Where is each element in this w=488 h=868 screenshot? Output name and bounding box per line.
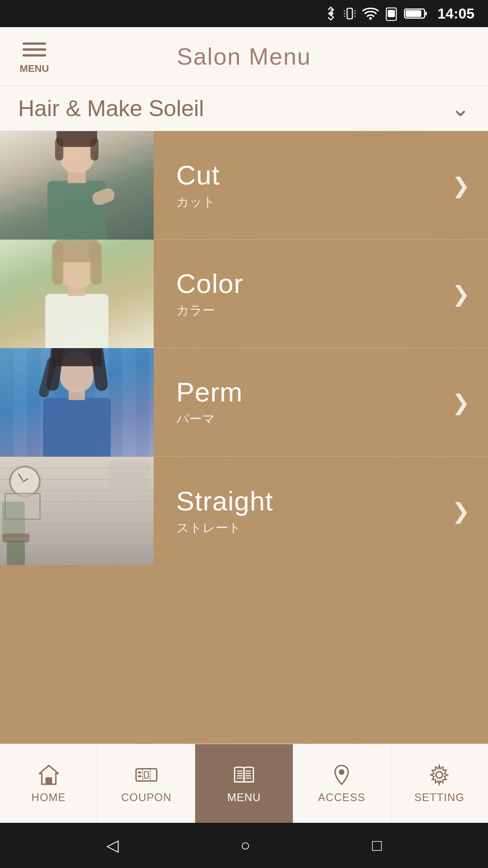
bluetooth-icon xyxy=(324,5,337,22)
nav-label-coupon: COUPON xyxy=(121,791,171,804)
nav-item-menu[interactable]: MENU xyxy=(195,744,293,823)
menu-item-cut[interactable]: Cut カット ❯ xyxy=(0,131,488,240)
svg-rect-19 xyxy=(138,775,141,777)
menu-photo-perm xyxy=(0,348,154,457)
vibrate-icon xyxy=(343,5,356,22)
svg-rect-20 xyxy=(145,772,148,778)
hamburger-icon[interactable] xyxy=(18,38,51,61)
chevron-down-icon[interactable]: ⌄ xyxy=(451,95,470,122)
menu-button-label: MENU xyxy=(20,63,49,75)
nav-item-coupon[interactable]: COUPON xyxy=(98,744,195,823)
menu-item-color[interactable]: Color カラー ❯ xyxy=(0,240,488,348)
menu-item-straight-content[interactable]: Straight ストレート ❯ xyxy=(154,457,488,565)
menu-item-color-title: Color xyxy=(176,268,243,299)
home-icon xyxy=(37,763,61,787)
nav-label-access: ACCESS xyxy=(318,791,366,804)
wifi-icon xyxy=(362,7,379,20)
nav-label-home: HOME xyxy=(32,791,66,804)
menu-item-cut-subtitle: カット xyxy=(176,193,220,211)
menu-item-perm-title: Perm xyxy=(176,377,243,408)
bottom-nav: HOME COUPON MENU xyxy=(0,744,488,823)
menu-item-color-content[interactable]: Color カラー ❯ xyxy=(154,240,488,348)
android-back-button[interactable]: ◁ xyxy=(106,836,119,855)
salon-name: Hair & Make Soleil xyxy=(18,95,204,122)
svg-rect-12 xyxy=(406,10,422,17)
battery-icon xyxy=(404,7,427,20)
location-icon xyxy=(330,763,353,787)
status-bar: 14:05 xyxy=(0,0,488,27)
nav-item-setting[interactable]: SETTING xyxy=(391,744,488,823)
nav-item-access[interactable]: ACCESS xyxy=(293,744,391,823)
android-recent-button[interactable]: □ xyxy=(372,836,382,855)
menu-item-color-subtitle: カラー xyxy=(176,302,243,319)
svg-rect-18 xyxy=(138,772,141,774)
menu-item-straight-text: Straight ストレート xyxy=(176,486,273,537)
status-icons: 14:05 xyxy=(324,5,474,22)
menu-item-perm-text: Perm パーマ xyxy=(176,377,243,428)
menu-item-perm-content[interactable]: Perm パーマ ❯ xyxy=(154,348,488,456)
menu-item-straight[interactable]: Straight ストレート ❯ xyxy=(0,457,488,565)
android-home-button[interactable]: ○ xyxy=(240,836,250,855)
sim-icon xyxy=(385,5,398,22)
menu-photo-cut xyxy=(0,131,154,240)
page-title: Salon Menu xyxy=(177,43,311,70)
svg-rect-9 xyxy=(388,10,394,17)
menu-item-perm-subtitle: パーマ xyxy=(176,410,243,428)
menu-list: Cut カット ❯ xyxy=(0,131,488,744)
menu-item-cut-text: Cut カット xyxy=(176,160,220,211)
svg-rect-11 xyxy=(425,12,427,15)
menu-book-icon xyxy=(232,763,256,787)
menu-item-cut-title: Cut xyxy=(176,160,220,191)
menu-item-straight-arrow[interactable]: ❯ xyxy=(452,498,470,524)
menu-photo-color xyxy=(0,240,154,348)
svg-point-30 xyxy=(436,772,443,778)
nav-label-setting: SETTING xyxy=(414,791,465,804)
menu-item-straight-title: Straight xyxy=(176,486,273,517)
gear-icon xyxy=(427,763,451,787)
clock: 14:05 xyxy=(437,5,474,22)
nav-item-home[interactable]: HOME xyxy=(0,744,98,823)
nav-label-menu: MENU xyxy=(227,791,261,804)
svg-rect-0 xyxy=(347,8,352,19)
salon-bar[interactable]: Hair & Make Soleil ⌄ xyxy=(0,86,488,131)
menu-item-perm-arrow[interactable]: ❯ xyxy=(452,390,470,415)
android-nav-bar: ◁ ○ □ xyxy=(0,823,488,868)
menu-item-cut-arrow[interactable]: ❯ xyxy=(452,173,470,198)
menu-item-color-text: Color カラー xyxy=(176,268,243,319)
svg-point-29 xyxy=(339,769,344,775)
menu-photo-straight xyxy=(0,457,154,565)
svg-point-7 xyxy=(369,17,372,20)
svg-rect-15 xyxy=(136,769,157,781)
menu-item-straight-subtitle: ストレート xyxy=(176,519,273,537)
menu-button[interactable]: MENU xyxy=(18,38,51,75)
coupon-icon xyxy=(135,763,158,787)
menu-item-color-arrow[interactable]: ❯ xyxy=(452,281,470,307)
menu-item-perm[interactable]: Perm パーマ ❯ xyxy=(0,348,488,457)
svg-rect-14 xyxy=(45,777,52,784)
header: MENU Salon Menu xyxy=(0,27,488,86)
menu-item-cut-content[interactable]: Cut カット ❯ xyxy=(154,131,488,239)
